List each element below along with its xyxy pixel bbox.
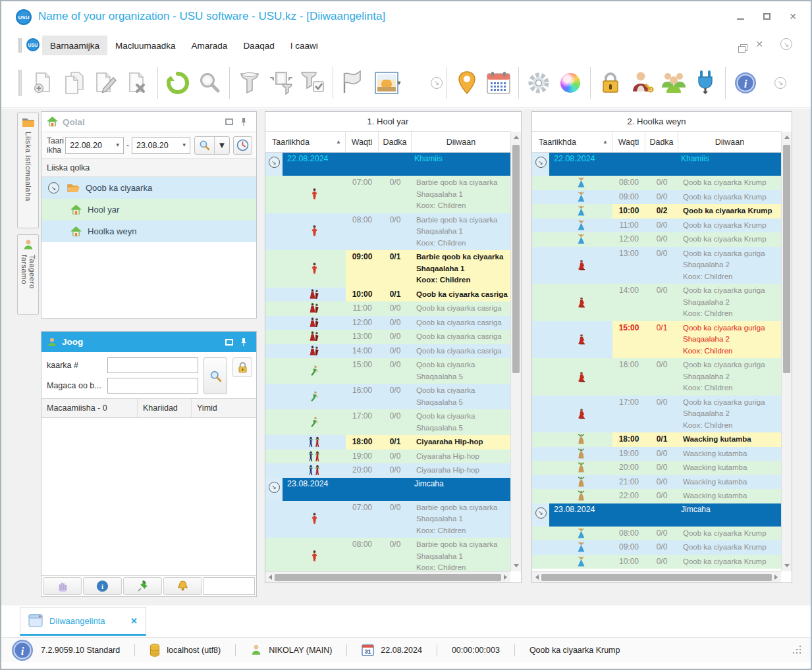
menu-item-barnaamijka[interactable]: Barnaamijka <box>42 36 107 55</box>
joog-search-button[interactable] <box>203 357 227 394</box>
menu-item-macluumaadka[interactable]: Macluumaadka <box>107 36 184 55</box>
schedule-row[interactable]: 17:000/0Qoob ka ciyaarka Shaqaalaha 5 <box>265 409 510 435</box>
tree-item-hoolka-weyn[interactable]: Hoolka weyn <box>41 220 256 242</box>
scroll-thumb[interactable] <box>541 574 772 581</box>
flag-button[interactable] <box>337 66 369 100</box>
date-group-row[interactable]: ↘23.08.2024Jimcaha <box>532 503 781 527</box>
vertical-scrollbar[interactable] <box>781 132 792 571</box>
time-button[interactable] <box>233 136 252 155</box>
mdi-close-button[interactable]: ✕ <box>755 39 763 49</box>
toolbar-overflow-left-icon[interactable]: ↘ <box>431 77 443 89</box>
new-record-button[interactable] <box>27 66 59 100</box>
info-button[interactable]: i <box>83 577 122 595</box>
schedule-row[interactable]: 09:000/0Qoob ka ciyaarka Krump <box>532 540 781 555</box>
schedule-row[interactable]: 13:000/0Qoob ka ciyaarka casriga <box>265 330 510 344</box>
schedule-row[interactable]: 08:000/0Barbie qoob ka ciyaarka Shaqaala… <box>265 213 510 251</box>
schedule-row[interactable]: 13:000/0Qoob ka ciyaarka guriga Shaqaala… <box>532 247 781 284</box>
joog-column-header[interactable]: Yimid <box>192 399 256 417</box>
schedule-row[interactable]: 11:000/0Qoob ka ciyaarka casriga <box>265 301 510 316</box>
hand-button[interactable] <box>43 577 82 595</box>
schedule-row[interactable]: 15:000/1Qoob ka ciyaarka guriga Shaqaala… <box>532 321 781 359</box>
resize-grip[interactable] <box>792 646 801 655</box>
schedule-row[interactable]: 21:000/0Waacking kutamba <box>532 475 781 490</box>
column-header-taariikhda[interactable]: Taariikhda▲ <box>265 132 346 152</box>
chevron-down-icon[interactable]: ▼ <box>396 80 402 86</box>
info-button[interactable]: i <box>730 66 761 100</box>
scroll-thumb[interactable] <box>783 145 790 373</box>
joog-footer-input[interactable] <box>203 577 255 595</box>
search-split-button[interactable]: ▼ <box>194 136 230 155</box>
menu-item-daaqad[interactable]: Daaqad <box>235 36 282 55</box>
schedule-row[interactable]: 19:000/0Waacking kutamba <box>532 447 781 461</box>
schedule-row[interactable]: 09:000/1Barbie qoob ka ciyaarka Shaqaala… <box>265 250 510 288</box>
horizontal-scrollbar[interactable] <box>265 571 510 582</box>
tree-item-hool-yar[interactable]: Hool yar <box>41 199 256 220</box>
customer-list[interactable] <box>41 418 256 575</box>
search-options-icon[interactable]: ▼ <box>214 137 230 154</box>
menu-item-amarada[interactable]: Amarada <box>184 36 236 55</box>
maximize-button[interactable] <box>761 11 772 22</box>
schedule-row[interactable]: 11:000/0Qoob ka ciyaarka Krump <box>532 219 781 233</box>
toolbar-grip[interactable] <box>18 70 22 96</box>
copy-record-button[interactable] <box>59 66 90 100</box>
user-key-button[interactable] <box>626 66 658 100</box>
column-header-dadka[interactable]: Dadka <box>379 132 412 152</box>
scroll-thumb[interactable] <box>512 145 520 373</box>
refresh-button[interactable] <box>162 66 194 100</box>
date-from-combo[interactable]: 22.08.20▼ <box>65 137 123 154</box>
schedule-row[interactable]: 08:000/0Barbie qoob ka ciyaarka Shaqaala… <box>265 538 510 571</box>
schedule-row[interactable]: 09:000/0Qoob ka ciyaarka Krump <box>532 190 781 205</box>
schedule-row[interactable]: 10:000/1Qoob ka ciyaarka casriga <box>265 288 510 302</box>
joog-pin-icon[interactable] <box>236 336 251 349</box>
schedule-row[interactable]: 07:000/0Barbie qoob ka ciyaarka Shaqaala… <box>265 176 510 213</box>
filter-apply-button[interactable] <box>297 66 329 100</box>
column-header-dadka[interactable]: Dadka <box>645 132 678 152</box>
qolal-pin-icon[interactable] <box>236 115 251 128</box>
search-button[interactable] <box>194 66 225 100</box>
schedule-row[interactable]: 18:000/1Waacking kutamba <box>532 432 781 447</box>
scroll-thumb[interactable] <box>275 574 501 581</box>
lock-button[interactable] <box>595 66 626 100</box>
date-to-combo[interactable]: 23.08.20▼ <box>132 137 190 154</box>
schedule-row[interactable]: 07:000/0Barbie qoob ka ciyaarka Shaqaala… <box>265 501 510 538</box>
plug-button[interactable] <box>690 66 721 100</box>
schedule-row[interactable]: 15:000/0Qoob ka ciyaarka Shaqaalaha 5 <box>265 358 510 384</box>
mdi-overflow-icon[interactable]: ↘ <box>780 38 792 50</box>
tab-diiwaangelinta[interactable]: Diiwaangelinta ✕ <box>20 607 146 636</box>
joog-maximize-icon[interactable] <box>222 336 236 349</box>
horizontal-scrollbar[interactable] <box>532 571 781 582</box>
column-header-waqti[interactable]: Waqti <box>612 132 645 152</box>
menu-grip[interactable] <box>18 38 22 53</box>
schedule-row[interactable]: 20:000/0Waacking kutamba <box>532 461 781 475</box>
joog-column-header[interactable]: Khariidad <box>138 399 192 417</box>
column-header-diiwaan[interactable]: Diiwaan <box>412 132 510 152</box>
expander-icon[interactable]: ↘ <box>48 182 59 193</box>
expander-icon[interactable]: ↘ <box>535 507 547 519</box>
qolal-maximize-icon[interactable] <box>222 115 236 128</box>
filter-button[interactable] <box>234 66 265 100</box>
joog-lock-button[interactable] <box>232 357 252 377</box>
filter-columns-button[interactable] <box>265 66 297 100</box>
schedule-row[interactable]: 18:000/1Ciyaaraha Hip-hop <box>265 435 510 450</box>
schedule-row[interactable]: 20:000/0Ciyaaraha Hip-hop <box>265 463 510 478</box>
schedule-row[interactable]: 19:000/0Ciyaaraha Hip-hop <box>265 450 510 464</box>
toolbar-overflow-right-icon[interactable]: ↘ <box>774 77 786 89</box>
column-header-waqti[interactable]: Waqti <box>346 132 379 152</box>
vertical-scrollbar[interactable] <box>510 132 521 571</box>
image-preview-button[interactable]: ▼ <box>369 66 407 100</box>
tree-item-qoob-ka-ciyaarka[interactable]: ↘Qoob ka ciyaarka <box>41 177 256 199</box>
pushpin-button[interactable] <box>123 577 162 595</box>
schedule-row[interactable]: 10:000/0Qoob ka ciyaarka Krump <box>532 555 781 569</box>
users-group-button[interactable] <box>658 66 690 100</box>
schedule-row[interactable]: 16:000/0Qoob ka ciyaarka Shaqaalaha 5 <box>265 384 510 409</box>
schedule-row[interactable]: 22:000/0Waacking kutamba <box>532 489 781 503</box>
schedule-row[interactable]: 08:000/0Qoob ka ciyaarka Krump <box>532 176 781 190</box>
menu-item-i-caawi[interactable]: I caawi <box>283 36 326 55</box>
schedule-row[interactable]: 16:000/0Qoob ka ciyaarka guriga Shaqaala… <box>532 358 781 396</box>
card-number-input[interactable] <box>107 357 198 373</box>
delete-record-button[interactable] <box>122 66 153 100</box>
column-header-diiwaan[interactable]: Diiwaan <box>678 132 781 152</box>
bell-button[interactable] <box>163 577 202 595</box>
name-search-input[interactable] <box>107 378 198 394</box>
color-sphere-button[interactable] <box>555 66 586 100</box>
